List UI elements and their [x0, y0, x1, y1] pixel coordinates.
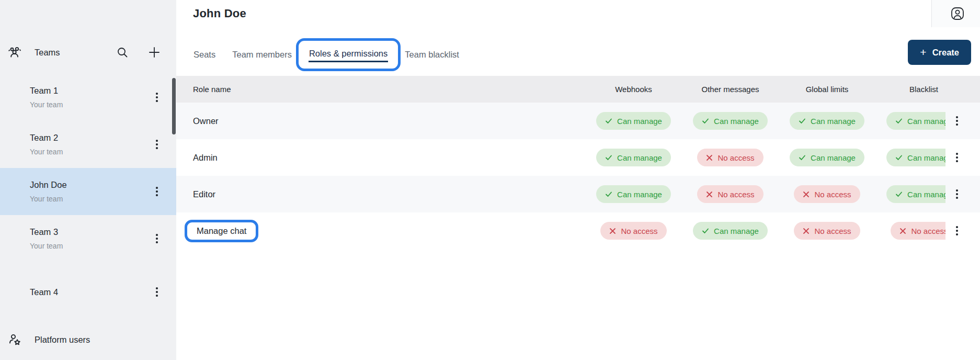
- team-subtitle: Your team: [30, 148, 147, 156]
- check-icon: [895, 154, 903, 161]
- tab-seats[interactable]: Seats: [193, 50, 215, 60]
- check-icon: [799, 154, 806, 161]
- role-name-cell: Editor: [176, 189, 585, 199]
- kebab-icon[interactable]: [153, 185, 161, 198]
- table-row-owner[interactable]: Owner Can manage Can manage Can manage C…: [176, 103, 945, 139]
- status-badge: No access: [697, 185, 763, 203]
- sidebar-item-team-3[interactable]: Team 3 Your team: [0, 215, 176, 262]
- tab-roles-permissions[interactable]: Roles & permissions: [309, 49, 388, 58]
- kebab-icon[interactable]: [153, 285, 161, 299]
- create-button[interactable]: + Create: [908, 40, 971, 65]
- check-icon: [799, 117, 806, 125]
- team-name: Team 3: [30, 227, 147, 237]
- team-name: Team 4: [30, 287, 147, 297]
- check-icon: [895, 117, 903, 125]
- team-list: Team 1 Your team Team 2 Your team John D…: [0, 74, 176, 316]
- sidebar-item-team-4[interactable]: Team 4: [0, 268, 176, 316]
- cross-icon: [706, 191, 713, 198]
- table-row-manage-chat[interactable]: Manage chat No access Can manage No acce…: [176, 212, 945, 249]
- status-badge: No access: [600, 222, 666, 240]
- sidebar-title: Teams: [35, 48, 60, 58]
- annotation-box-manage-chat: Manage chat: [185, 220, 258, 242]
- kebab-icon[interactable]: [153, 232, 161, 245]
- status-badge: Can manage: [693, 112, 768, 130]
- table-row-editor[interactable]: Editor Can manage No access No access Ca…: [176, 176, 945, 212]
- cross-icon: [803, 228, 810, 234]
- status-badge: No access: [891, 222, 945, 240]
- status-badge: No access: [697, 149, 763, 166]
- team-subtitle: Your team: [30, 242, 147, 250]
- team-name: John Doe: [30, 180, 147, 190]
- roles-table: Role name Webhooks Other messages Global…: [176, 76, 945, 249]
- check-icon: [702, 117, 709, 125]
- sidebar-item-team-2[interactable]: Team 2 Your team: [0, 121, 176, 168]
- status-badge: No access: [794, 185, 860, 203]
- status-badge: Can manage: [596, 149, 671, 166]
- sidebar-item-team-1[interactable]: Team 1 Your team: [0, 74, 176, 121]
- role-name-cell: Manage chat: [176, 220, 585, 242]
- topbar-divider: [931, 0, 932, 27]
- table-header-row: Role name Webhooks Other messages Global…: [176, 76, 945, 103]
- cross-icon: [899, 228, 906, 234]
- avatar-icon[interactable]: [950, 6, 965, 21]
- tab-team-members[interactable]: Team members: [232, 50, 292, 60]
- table-row-admin[interactable]: Admin Can manage No access Can manage Ca…: [176, 139, 945, 176]
- row-kebab-icon[interactable]: [953, 224, 961, 238]
- team-management-app: Teams Team 1 Your team Team 2: [0, 0, 980, 360]
- role-name-cell: Admin: [176, 153, 585, 163]
- check-icon: [605, 154, 612, 161]
- team-name: Team 2: [30, 133, 147, 143]
- row-kebab-icon[interactable]: [953, 114, 961, 128]
- status-badge: Can manage: [886, 149, 945, 166]
- team-subtitle: Your team: [30, 100, 147, 109]
- platform-users-icon: [8, 333, 22, 347]
- status-badge: Can manage: [886, 112, 945, 130]
- create-button-label: Create: [932, 48, 959, 58]
- check-icon: [895, 190, 903, 198]
- team-subtitle: Your team: [30, 195, 147, 203]
- team-name: Team 1: [30, 86, 147, 96]
- status-badge: Can manage: [790, 112, 864, 130]
- search-icon[interactable]: [117, 47, 128, 58]
- active-tab-underline: [309, 61, 388, 62]
- kebab-icon[interactable]: [153, 91, 161, 104]
- status-badge: Can manage: [886, 185, 945, 203]
- row-kebab-icon[interactable]: [953, 187, 961, 201]
- tab-team-blacklist[interactable]: Team blacklist: [405, 50, 459, 60]
- row-kebab-icon[interactable]: [953, 151, 961, 164]
- sidebar: Teams Team 1 Your team Team 2: [0, 0, 176, 360]
- annotation-box-active-tab: Roles & permissions: [296, 38, 401, 71]
- column-header-webhooks: Webhooks: [585, 85, 682, 94]
- status-badge: Can manage: [693, 222, 768, 240]
- check-icon: [605, 117, 612, 125]
- kebab-icon[interactable]: [153, 138, 161, 151]
- cross-icon: [609, 228, 616, 234]
- tab-bar: Seats Team members Roles & permissions T…: [193, 38, 459, 71]
- sidebar-item-john-doe[interactable]: John Doe Your team: [0, 168, 176, 215]
- platform-users-label: Platform users: [35, 335, 90, 345]
- plus-icon: +: [920, 47, 926, 58]
- sidebar-item-platform-users[interactable]: Platform users: [8, 332, 90, 347]
- column-header-blacklist: Blacklist: [875, 85, 945, 94]
- cross-icon: [706, 154, 713, 161]
- status-badge: Can manage: [596, 185, 671, 203]
- status-badge: No access: [794, 222, 860, 240]
- status-badge: Can manage: [790, 149, 864, 166]
- check-icon: [605, 190, 612, 198]
- check-icon: [702, 227, 709, 234]
- status-badge: Can manage: [596, 112, 671, 130]
- cross-icon: [803, 191, 810, 198]
- add-team-icon[interactable]: [148, 46, 161, 59]
- role-name-cell: Owner: [176, 116, 585, 126]
- teams-icon: [8, 46, 22, 60]
- column-header-global-limits: Global limits: [779, 85, 875, 94]
- column-header-role-name: Role name: [176, 85, 585, 94]
- column-header-other-messages: Other messages: [682, 85, 779, 94]
- page-title: John Doe: [193, 7, 246, 20]
- main-content: John Doe Seats Team members Roles & perm…: [176, 0, 980, 360]
- sidebar-header: Teams: [8, 46, 161, 59]
- sidebar-scrollbar[interactable]: [172, 78, 176, 134]
